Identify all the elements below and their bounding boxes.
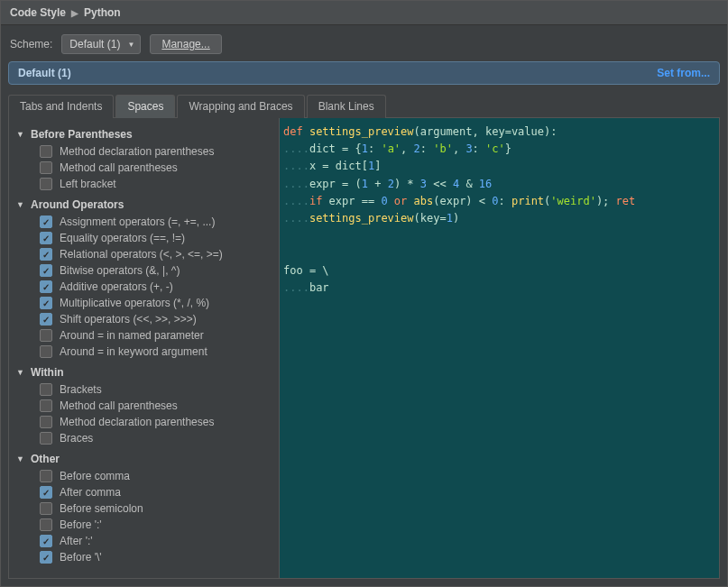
breadcrumb-child: Python: [84, 6, 121, 19]
scheme-row: Scheme: Default (1) Manage...: [1, 25, 727, 61]
checkbox[interactable]: [40, 264, 52, 277]
checkbox[interactable]: [40, 432, 52, 445]
settings-item-label: Left bracket: [60, 178, 116, 190]
settings-item[interactable]: Method call parentheses: [14, 398, 273, 414]
checkbox[interactable]: [40, 329, 52, 342]
settings-group: ▼OtherBefore commaAfter commaBefore semi…: [14, 450, 273, 565]
disclosure-triangle-icon: ▼: [16, 200, 25, 209]
checkbox[interactable]: [40, 399, 52, 412]
tab-blank-lines[interactable]: Blank Lines: [307, 95, 386, 118]
set-from-link[interactable]: Set from...: [657, 67, 710, 79]
group-title: Within: [31, 366, 64, 379]
tab-tabs-and-indents[interactable]: Tabs and Indents: [8, 95, 114, 118]
scheme-select-value: Default (1): [69, 38, 120, 50]
disclosure-triangle-icon: ▼: [16, 130, 25, 139]
checkbox[interactable]: [40, 470, 52, 482]
checkbox[interactable]: [40, 216, 52, 228]
group-title: Around Operators: [31, 198, 124, 211]
settings-item-label: Bitwise operators (&, |, ^): [60, 264, 180, 277]
settings-item[interactable]: Method declaration parentheses: [14, 143, 273, 160]
settings-group: ▼Around OperatorsAssignment operators (=…: [14, 196, 273, 360]
checkbox[interactable]: [40, 145, 52, 158]
scheme-banner: Default (1) Set from...: [8, 61, 720, 85]
settings-item[interactable]: Braces: [14, 430, 273, 446]
checkbox[interactable]: [40, 486, 52, 499]
settings-item-label: Shift operators (<<, >>, >>>): [60, 313, 197, 326]
checkbox[interactable]: [40, 178, 52, 190]
settings-item-label: Multiplicative operators (*, /, %): [60, 297, 209, 309]
settings-item-label: Before '\': [60, 551, 102, 564]
manage-button[interactable]: Manage...: [150, 34, 221, 54]
settings-item[interactable]: Before comma: [14, 468, 273, 484]
checkbox[interactable]: [40, 313, 52, 326]
settings-item-label: After comma: [60, 486, 121, 499]
settings-item-label: Equality operators (==, !=): [60, 232, 185, 244]
tabs: Tabs and IndentsSpacesWrapping and Brace…: [8, 94, 720, 118]
group-header[interactable]: ▼Other: [14, 450, 273, 468]
settings-item-label: Around = in named parameter: [60, 329, 204, 342]
disclosure-triangle-icon: ▼: [16, 368, 25, 377]
settings-window: Code Style ▶ Python Scheme: Default (1) …: [0, 0, 728, 587]
settings-item-label: Relational operators (<, >, <=, >=): [60, 248, 223, 261]
settings-item-label: Brackets: [60, 383, 102, 396]
group-header[interactable]: ▼Before Parentheses: [14, 125, 273, 143]
checkbox[interactable]: [40, 280, 52, 293]
checkbox[interactable]: [40, 416, 52, 428]
settings-item[interactable]: After comma: [14, 484, 273, 500]
settings-item-label: Around = in keyword argument: [60, 345, 207, 358]
settings-item[interactable]: Method declaration parentheses: [14, 414, 273, 430]
checkbox[interactable]: [40, 161, 52, 174]
settings-item-label: Method call parentheses: [60, 161, 178, 174]
settings-item-label: Method call parentheses: [60, 399, 178, 412]
breadcrumb-parent[interactable]: Code Style: [10, 6, 66, 19]
settings-item[interactable]: Left bracket: [14, 176, 273, 192]
settings-item[interactable]: Around = in keyword argument: [14, 344, 273, 360]
settings-item-label: Additive operators (+, -): [60, 280, 173, 293]
checkbox[interactable]: [40, 297, 52, 309]
settings-item-label: Method declaration parentheses: [60, 416, 214, 428]
settings-item[interactable]: Bitwise operators (&, |, ^): [14, 262, 273, 279]
settings-item-label: Assignment operators (=, +=, ...): [60, 216, 215, 228]
tab-spaces[interactable]: Spaces: [115, 95, 175, 118]
settings-item-label: Before semicolon: [60, 502, 143, 515]
settings-item[interactable]: Multiplicative operators (*, /, %): [14, 295, 273, 311]
checkbox[interactable]: [40, 383, 52, 396]
settings-item[interactable]: Brackets: [14, 381, 273, 398]
settings-tree[interactable]: ▼Before ParenthesesMethod declaration pa…: [9, 118, 280, 578]
settings-item[interactable]: Assignment operators (=, +=, ...): [14, 214, 273, 230]
settings-item[interactable]: Equality operators (==, !=): [14, 230, 273, 246]
checkbox[interactable]: [40, 345, 52, 358]
checkbox[interactable]: [40, 551, 52, 564]
group-header[interactable]: ▼Within: [14, 363, 273, 381]
settings-item[interactable]: Around = in named parameter: [14, 327, 273, 344]
group-title: Other: [31, 453, 60, 465]
settings-item[interactable]: After ':': [14, 533, 273, 549]
settings-item-label: Method declaration parentheses: [60, 145, 214, 158]
scheme-select[interactable]: Default (1): [61, 34, 141, 54]
settings-item[interactable]: Before semicolon: [14, 500, 273, 517]
settings-item[interactable]: Before '\': [14, 549, 273, 565]
checkbox[interactable]: [40, 502, 52, 515]
settings-item[interactable]: Shift operators (<<, >>, >>>): [14, 311, 273, 327]
settings-item-label: Before comma: [60, 470, 130, 482]
checkbox[interactable]: [40, 535, 52, 547]
checkbox[interactable]: [40, 518, 52, 531]
settings-group: ▼Before ParenthesesMethod declaration pa…: [14, 125, 273, 192]
breadcrumb: Code Style ▶ Python: [1, 1, 727, 25]
settings-item[interactable]: Before ':': [14, 517, 273, 533]
checkbox[interactable]: [40, 232, 52, 244]
settings-group: ▼WithinBracketsMethod call parenthesesMe…: [14, 363, 273, 446]
checkbox[interactable]: [40, 248, 52, 261]
code-preview: def settings_preview(argument, key=value…: [280, 118, 719, 578]
scheme-banner-title: Default (1): [18, 67, 71, 79]
group-header[interactable]: ▼Around Operators: [14, 196, 273, 214]
settings-item-label: Before ':': [60, 518, 102, 531]
settings-item-label: After ':': [60, 535, 93, 547]
content-area: ▼Before ParenthesesMethod declaration pa…: [8, 118, 720, 579]
settings-item[interactable]: Method call parentheses: [14, 160, 273, 176]
settings-item[interactable]: Additive operators (+, -): [14, 279, 273, 295]
group-title: Before Parentheses: [31, 128, 133, 141]
settings-item[interactable]: Relational operators (<, >, <=, >=): [14, 246, 273, 262]
tab-wrapping-and-braces[interactable]: Wrapping and Braces: [177, 95, 304, 118]
chevron-right-icon: ▶: [71, 8, 78, 18]
